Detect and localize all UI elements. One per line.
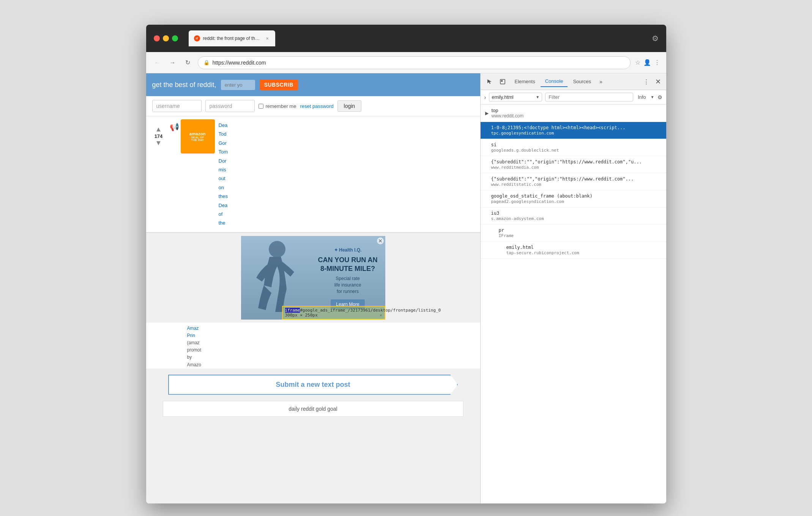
url-bar[interactable]: 🔒 https://www.reddit.com	[198, 56, 631, 69]
devtools-tab-sources[interactable]: Sources	[568, 76, 596, 87]
console-entry-google-osd[interactable]: google_osd_static_frame (about:blank) pa…	[481, 190, 666, 207]
frame-name-redditstatic: {"subreddit":"","origin":"https://www.re…	[491, 176, 662, 182]
subscribe-button[interactable]: SUBSCRIB	[260, 79, 298, 90]
devtools-panel: Elements Console Sources » ⋮ ✕ › emily.h…	[480, 73, 666, 503]
iframe-highlight: iframe#google_ads_iframe_/32173961/deskt…	[282, 306, 385, 320]
main-feed: ▲ 174 ▼ 📢 amazon DEAL OF THE DAY	[146, 116, 480, 503]
username-input[interactable]	[152, 100, 202, 112]
ad-close-button[interactable]: ✕	[377, 237, 384, 244]
ad-subtext: Special ratelife insurancefor runners	[318, 275, 377, 294]
frame-name-emily: emily.html	[506, 245, 662, 250]
bookmark-icon[interactable]: ☆	[635, 59, 640, 66]
console-filter-input[interactable]	[545, 93, 633, 101]
minimize-button[interactable]	[163, 35, 169, 41]
console-entry-iu3[interactable]: iu3 s.amazon-adsystem.com	[481, 207, 666, 225]
devtools-tab-console[interactable]: Console	[541, 76, 568, 87]
tab-close-button[interactable]: ✕	[265, 36, 270, 41]
remember-me-checkbox[interactable]	[259, 104, 263, 109]
url-text: https://www.reddit.com	[213, 60, 625, 66]
console-entry-selected[interactable]: 1-0-8;21395;<!doctype html><html><head><…	[481, 122, 666, 139]
console-settings-icon[interactable]: ⚙	[657, 94, 662, 100]
console-entry-emily[interactable]: emily.html tap-secure.rubiconproject.com	[481, 242, 666, 259]
frame-name-google-osd: google_osd_static_frame (about:blank)	[491, 193, 662, 199]
vote-count: 174	[155, 133, 163, 139]
gold-goal-bar: daily reddit gold goal	[163, 401, 464, 417]
menu-icon[interactable]: ⋮	[654, 59, 660, 66]
downvote-arrow[interactable]: ▼	[155, 139, 162, 147]
context-dropdown-arrow-icon: ▼	[536, 95, 539, 99]
console-entry-pr[interactable]: pr IFrame	[481, 225, 666, 242]
console-list: ▶ top www.reddit.com 1-0-8;21395;<!docty…	[481, 104, 666, 503]
devtools-settings-icon[interactable]: ⚙	[652, 34, 659, 43]
devtools-pointer-button[interactable]	[484, 76, 495, 87]
amazon-promo: AmazPrin(amazpromotbyAmazo	[146, 323, 480, 369]
frame-origin-redditmedia: www.redditmedia.com	[491, 165, 662, 170]
remember-me-label: remember me	[266, 103, 296, 109]
console-entry-si[interactable]: si googleads.g.doubleclick.net	[481, 139, 666, 156]
main-area: get the best of reddit, SUBSCRIB remembe…	[146, 73, 666, 503]
amazon-post: ▲ 174 ▼ 📢 amazon DEAL OF THE DAY	[146, 116, 480, 233]
ad-text-block: ✦ Health I.Q. CAN YOU RUN AN8-MINUTE MIL…	[318, 247, 377, 309]
back-button[interactable]: ←	[152, 57, 163, 68]
amazon-content: DeaTodGorTomDormisoutonthesDeaofthe	[215, 119, 232, 229]
frame-origin-redditstatic: www.redditstatic.com	[491, 182, 662, 187]
browser-tab[interactable]: r/ reddit: the front page of the in ✕	[189, 30, 275, 46]
login-button[interactable]: login	[337, 100, 362, 112]
console-entry-redditstatic[interactable]: {"subreddit":"","origin":"https://www.re…	[481, 173, 666, 190]
amazon-post-text: DeaTodGorTomDormisoutonthesDeaofthe	[219, 121, 228, 228]
ad-health-logo: ✦ Health I.Q.	[318, 247, 377, 253]
address-bar: ← → ↻ 🔒 https://www.reddit.com ☆ 👤 ⋮	[146, 52, 666, 73]
reddit-content: ▲ 174 ▼ 📢 amazon DEAL OF THE DAY	[146, 116, 480, 503]
frame-origin-top: www.reddit.com	[492, 113, 524, 119]
info-label: Info	[636, 94, 648, 100]
devtools-tab-elements[interactable]: Elements	[510, 76, 540, 87]
iframe-close-button[interactable]: ✕	[380, 313, 382, 318]
frame-name-pr: pr	[499, 228, 662, 233]
svg-point-0	[269, 241, 285, 258]
devtools-inspect-button[interactable]	[497, 76, 508, 87]
console-toolbar: › emily.html ▼ Info ▼ ⚙	[481, 90, 666, 104]
close-button[interactable]	[154, 35, 160, 41]
vote-column: ▲ 174 ▼	[149, 119, 168, 229]
context-selector-text: emily.html	[492, 94, 534, 100]
profile-icon[interactable]: 👤	[643, 59, 651, 66]
maximize-button[interactable]	[172, 35, 178, 41]
gold-goal-text: daily reddit gold goal	[289, 406, 337, 412]
frame-origin-si: googleads.g.doubleclick.net	[491, 148, 662, 153]
console-caret-button[interactable]: ›	[484, 94, 486, 100]
devtools-more-options[interactable]: ⋮	[642, 77, 651, 87]
lock-icon: 🔒	[203, 60, 210, 65]
refresh-button[interactable]: ↻	[183, 57, 193, 68]
enter-email-input[interactable]	[221, 80, 255, 90]
amazon-badge: amazon DEAL OF THE DAY	[181, 119, 215, 154]
url-actions: ☆ 👤 ⋮	[635, 59, 660, 66]
console-entry-redditmedia[interactable]: {"subreddit":"","origin":"https://www.re…	[481, 156, 666, 173]
remember-me-checkbox-group: remember me	[259, 103, 296, 109]
amazon-the-day-text: THE DAY	[191, 139, 204, 141]
info-dropdown-arrow-icon[interactable]: ▼	[651, 95, 654, 99]
ad-headline: CAN YOU RUN AN8-MINUTE MILE?	[318, 256, 377, 274]
console-entry-top[interactable]: ▶ top www.reddit.com	[481, 104, 666, 122]
svg-rect-2	[501, 80, 503, 82]
tab-bar: r/ reddit: the front page of the in ✕	[189, 30, 647, 46]
expand-arrow-icon: ▶	[485, 111, 489, 116]
reset-password-link[interactable]: reset password	[300, 103, 333, 109]
upvote-arrow[interactable]: ▲	[155, 125, 162, 133]
login-area: remember me reset password login	[146, 96, 480, 116]
devtools-more-tabs[interactable]: »	[596, 77, 605, 86]
tab-favicon: r/	[194, 35, 200, 41]
devtools-actions: ⋮ ✕	[642, 77, 662, 87]
frame-origin-emily: tap-secure.rubiconproject.com	[506, 250, 662, 255]
amazon-deal-text: DEAL OF	[191, 136, 204, 139]
submit-post-button[interactable]: Submit a new text post	[168, 375, 458, 395]
frame-name-iu3: iu3	[491, 211, 662, 216]
frame-name-selected: 1-0-8;21395;<!doctype html><html><head><…	[491, 125, 662, 130]
forward-button[interactable]: →	[167, 57, 178, 68]
iframe-label-path: #google_ads_iframe_/32173961/desktop/fro…	[300, 308, 441, 313]
devtools-close-button[interactable]: ✕	[654, 78, 662, 86]
amazon-logo-text: amazon	[189, 131, 206, 136]
browser-window: r/ reddit: the front page of the in ✕ ⚙ …	[146, 25, 666, 503]
password-input[interactable]	[205, 100, 255, 112]
devtools-tabs: Elements Console Sources »	[510, 76, 639, 87]
context-selector[interactable]: emily.html ▼	[489, 93, 542, 101]
